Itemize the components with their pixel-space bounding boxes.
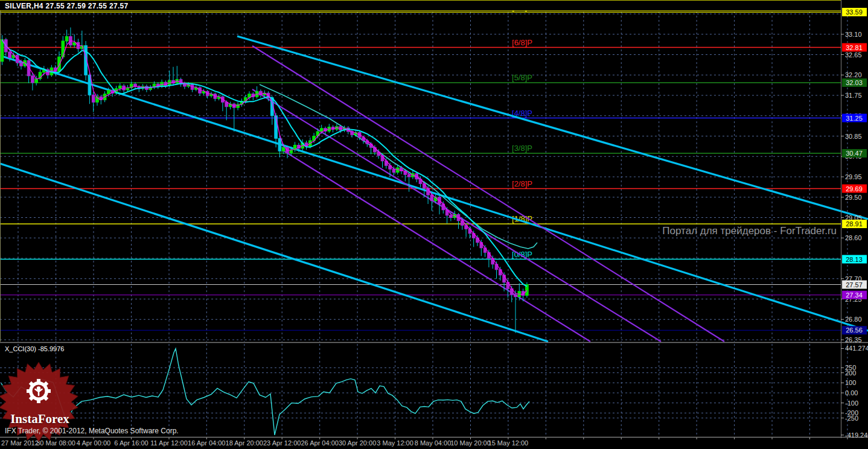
price-level-badge-label: 28.91 [846,220,863,228]
candle [1,40,4,62]
candle [20,63,23,66]
price-level-badge-label: 33.59 [846,8,863,16]
cci-axis-label: 200 [845,369,856,377]
candle [423,183,426,188]
candle [278,138,281,151]
copyright-text: IFX Trader, © 2001-2012, MetaQuotes Soft… [5,427,179,435]
price-axis-label: 30.85 [845,133,862,140]
candle [320,129,323,132]
broker-watermark: Портал для трейдеров - ForTrader.ru [662,225,837,237]
price-level-badge-label: 28.13 [846,256,863,263]
candle [450,215,453,218]
cci-axis-label: -419.246 [845,431,868,439]
price-level-badge-label: 32.81 [846,44,863,51]
candle [8,52,11,58]
cci-indicator-area[interactable] [0,344,841,436]
price-level-badge-label: 29.69 [846,185,863,193]
murrey-level-label: [3/8]P [512,144,532,153]
time-axis-label: 6 Apr 16:00 [114,439,148,447]
candle [65,37,68,42]
candle [27,60,30,76]
gear-person-icon [27,379,51,403]
time-axis-label: 23 Apr 12:00 [263,439,301,447]
price-axis-label: 32.65 [845,51,862,59]
candle [392,169,395,172]
candle [107,91,110,94]
time-axis-label: 16 Apr 04:00 [188,439,225,447]
candle [514,295,517,297]
instaforex-logo-label: InstaForex [0,412,80,427]
symbol-title: SILVER,H4 27.55 27.59 27.55 27.57 [5,2,128,10]
time-axis-label: 11 Apr 12:00 [150,439,188,447]
time-axis-label: 15 May 12:00 [488,439,529,447]
candle [31,76,34,83]
murrey-level-label: [6/8]P [512,38,532,47]
candle [183,84,187,86]
price-level-badge-label: 27.34 [846,291,863,299]
price-level-badge-label: 27.57 [846,281,863,288]
cci-axis-label: 0.00 [845,389,858,396]
time-axis-label: 18 Apr 20:00 [226,439,263,447]
price-axis-label: 26.80 [845,316,862,323]
chart-window: [7/8]P[6/8]P[5/8]P[4/8]P[3/8]P[2/8]P[1/8… [0,0,868,449]
price-level-badge-label: 32.03 [846,79,863,86]
price-axis-label: 29.95 [845,173,862,180]
price-axis-label: 29.50 [845,194,862,201]
time-axis-label: 10 May 20:00 [450,439,491,447]
murrey-level-label: [5/8]P [512,73,532,82]
chart-canvas[interactable]: [7/8]P[6/8]P[5/8]P[4/8]P[3/8]P[2/8]P[1/8… [0,0,868,449]
candle [275,116,278,139]
price-level-badge-label: 31.25 [846,115,863,122]
cci-axis-label: -100 [845,400,858,407]
time-axis-label: 8 May 04:00 [415,439,452,447]
candle [407,174,410,177]
cci-axis-label: 441.274 [845,345,868,352]
candle [499,270,502,275]
time-axis-label: 26 Apr 04:00 [301,439,339,447]
cci-axis-label: 100 [845,379,856,386]
cci-axis-label: -250 [845,415,858,422]
candle [282,147,285,151]
price-axis-label: 31.75 [845,92,862,99]
price-axis-label: 28.60 [845,234,862,241]
murrey-level-label: [2/8]P [512,179,532,188]
chart-title-bar: SILVER,H4 27.55 27.59 27.55 27.57 [0,0,841,11]
price-level-badge-label: 30.47 [846,150,863,157]
price-axis-label: 33.10 [845,31,862,38]
indicator-name-label: X_CCI(30) -85.9976 [5,345,64,352]
time-axis-label: 3 May 12:00 [377,439,413,447]
candle [92,95,95,102]
price-axis-label: 26.35 [845,336,862,343]
candle [119,86,122,89]
candle [58,57,61,71]
price-level-badge-label: 26.56 [846,326,863,334]
price-axis-label: 32.20 [845,71,862,78]
time-axis-label: 30 Apr 20:00 [339,439,376,447]
